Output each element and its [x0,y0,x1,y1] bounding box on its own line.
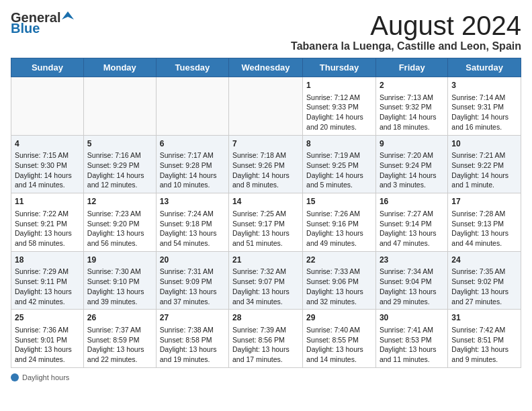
day-number: 30 [380,312,444,324]
logo-bird-icon [62,10,74,22]
day-number: 8 [306,138,372,150]
day-info: Sunrise: 7:24 AM Sunset: 9:18 PM Dayligh… [160,210,217,247]
day-info: Sunrise: 7:27 AM Sunset: 9:14 PM Dayligh… [380,210,437,247]
day-number: 20 [160,255,225,266]
day-info: Sunrise: 7:21 AM Sunset: 9:22 PM Dayligh… [451,151,508,189]
day-number: 5 [87,138,152,150]
calendar-cell: 22Sunrise: 7:33 AM Sunset: 9:06 PM Dayli… [303,251,376,310]
day-number: 2 [380,80,444,91]
day-number: 24 [451,255,517,266]
day-number: 14 [232,196,299,208]
calendar-cell: 5Sunrise: 7:16 AM Sunset: 9:29 PM Daylig… [83,135,156,193]
day-info: Sunrise: 7:38 AM Sunset: 8:58 PM Dayligh… [160,326,217,363]
day-info: Sunrise: 7:13 AM Sunset: 9:32 PM Dayligh… [380,93,437,131]
calendar-week-row: 4Sunrise: 7:15 AM Sunset: 9:30 PM Daylig… [11,135,521,193]
calendar-cell: 29Sunrise: 7:40 AM Sunset: 8:55 PM Dayli… [303,310,376,368]
day-info: Sunrise: 7:41 AM Sunset: 8:53 PM Dayligh… [380,326,437,363]
day-number: 13 [160,196,225,208]
calendar-cell: 16Sunrise: 7:27 AM Sunset: 9:14 PM Dayli… [375,193,447,252]
calendar-cell: 1Sunrise: 7:12 AM Sunset: 9:33 PM Daylig… [303,77,376,136]
calendar-subtitle: Tabanera la Luenga, Castille and Leon, S… [291,40,521,52]
day-number: 31 [451,312,517,324]
day-info: Sunrise: 7:22 AM Sunset: 9:21 PM Dayligh… [15,210,72,247]
day-number: 6 [160,138,225,150]
calendar-cell [156,77,228,136]
day-number: 11 [15,196,80,208]
svg-marker-0 [62,11,74,19]
calendar-cell: 21Sunrise: 7:32 AM Sunset: 9:07 PM Dayli… [229,251,303,310]
day-number: 29 [306,312,372,324]
weekday-header-wednesday: Wednesday [229,58,303,77]
calendar-cell: 20Sunrise: 7:31 AM Sunset: 9:09 PM Dayli… [156,251,228,310]
day-info: Sunrise: 7:40 AM Sunset: 8:55 PM Dayligh… [306,326,363,363]
calendar-cell: 2Sunrise: 7:13 AM Sunset: 9:32 PM Daylig… [375,77,447,136]
page-header: General Blue August 2024 Tabanera la Lue… [11,11,521,52]
calendar-cell [83,77,156,136]
calendar-table: SundayMondayTuesdayWednesdayThursdayFrid… [11,58,521,368]
day-info: Sunrise: 7:26 AM Sunset: 9:16 PM Dayligh… [306,210,363,247]
weekday-header-monday: Monday [83,58,156,77]
calendar-cell: 3Sunrise: 7:14 AM Sunset: 9:31 PM Daylig… [448,77,521,136]
weekday-header-tuesday: Tuesday [156,58,228,77]
day-number: 19 [87,255,152,266]
day-number: 18 [15,255,80,266]
day-info: Sunrise: 7:42 AM Sunset: 8:51 PM Dayligh… [451,326,508,363]
daylight-label: Daylight hours [22,373,69,381]
day-number: 23 [380,255,444,266]
calendar-week-row: 1Sunrise: 7:12 AM Sunset: 9:33 PM Daylig… [11,77,521,136]
day-info: Sunrise: 7:37 AM Sunset: 8:59 PM Dayligh… [87,326,144,363]
calendar-cell: 11Sunrise: 7:22 AM Sunset: 9:21 PM Dayli… [11,193,84,252]
calendar-cell: 9Sunrise: 7:20 AM Sunset: 9:24 PM Daylig… [375,135,447,193]
day-number: 3 [451,80,517,91]
weekday-header-saturday: Saturday [448,58,521,77]
weekday-header-row: SundayMondayTuesdayWednesdayThursdayFrid… [11,58,521,77]
calendar-cell: 10Sunrise: 7:21 AM Sunset: 9:22 PM Dayli… [448,135,521,193]
calendar-week-row: 25Sunrise: 7:36 AM Sunset: 9:01 PM Dayli… [11,310,521,368]
day-info: Sunrise: 7:34 AM Sunset: 9:04 PM Dayligh… [380,267,437,305]
day-info: Sunrise: 7:14 AM Sunset: 9:31 PM Dayligh… [451,93,508,131]
day-number: 25 [15,312,80,324]
day-info: Sunrise: 7:15 AM Sunset: 9:30 PM Dayligh… [15,151,72,189]
weekday-header-sunday: Sunday [11,58,84,77]
day-number: 12 [87,196,152,208]
day-info: Sunrise: 7:23 AM Sunset: 9:20 PM Dayligh… [87,210,144,247]
calendar-week-row: 11Sunrise: 7:22 AM Sunset: 9:21 PM Dayli… [11,193,521,252]
calendar-cell: 15Sunrise: 7:26 AM Sunset: 9:16 PM Dayli… [303,193,376,252]
logo-blue: Blue [11,21,40,35]
calendar-cell: 13Sunrise: 7:24 AM Sunset: 9:18 PM Dayli… [156,193,228,252]
day-info: Sunrise: 7:31 AM Sunset: 9:09 PM Dayligh… [160,267,217,305]
weekday-header-thursday: Thursday [303,58,376,77]
calendar-cell: 24Sunrise: 7:35 AM Sunset: 9:02 PM Dayli… [448,251,521,310]
weekday-header-friday: Friday [375,58,447,77]
calendar-cell: 23Sunrise: 7:34 AM Sunset: 9:04 PM Dayli… [375,251,447,310]
day-info: Sunrise: 7:18 AM Sunset: 9:26 PM Dayligh… [232,151,290,189]
day-info: Sunrise: 7:35 AM Sunset: 9:02 PM Dayligh… [451,267,508,305]
calendar-cell [11,77,84,136]
day-number: 22 [306,255,372,266]
day-info: Sunrise: 7:20 AM Sunset: 9:24 PM Dayligh… [380,151,437,189]
day-number: 4 [15,138,80,150]
daylight-dot [11,373,19,381]
day-info: Sunrise: 7:16 AM Sunset: 9:29 PM Dayligh… [87,151,144,189]
day-info: Sunrise: 7:36 AM Sunset: 9:01 PM Dayligh… [15,326,72,363]
calendar-cell: 26Sunrise: 7:37 AM Sunset: 8:59 PM Dayli… [83,310,156,368]
calendar-cell: 17Sunrise: 7:28 AM Sunset: 9:13 PM Dayli… [448,193,521,252]
day-number: 15 [306,196,372,208]
day-info: Sunrise: 7:17 AM Sunset: 9:28 PM Dayligh… [160,151,217,189]
day-number: 26 [87,312,152,324]
calendar-cell: 6Sunrise: 7:17 AM Sunset: 9:28 PM Daylig… [156,135,228,193]
calendar-cell: 18Sunrise: 7:29 AM Sunset: 9:11 PM Dayli… [11,251,84,310]
day-number: 17 [451,196,517,208]
day-info: Sunrise: 7:25 AM Sunset: 9:17 PM Dayligh… [232,210,290,247]
footer: Daylight hours [11,373,521,381]
day-info: Sunrise: 7:29 AM Sunset: 9:11 PM Dayligh… [15,267,72,305]
calendar-title: August 2024 [291,11,521,40]
calendar-cell: 4Sunrise: 7:15 AM Sunset: 9:30 PM Daylig… [11,135,84,193]
day-info: Sunrise: 7:39 AM Sunset: 8:56 PM Dayligh… [232,326,290,363]
day-number: 27 [160,312,225,324]
title-area: August 2024 Tabanera la Luenga, Castille… [291,11,521,52]
day-number: 21 [232,255,299,266]
calendar-cell [229,77,303,136]
day-number: 9 [380,138,444,150]
calendar-cell: 19Sunrise: 7:30 AM Sunset: 9:10 PM Dayli… [83,251,156,310]
